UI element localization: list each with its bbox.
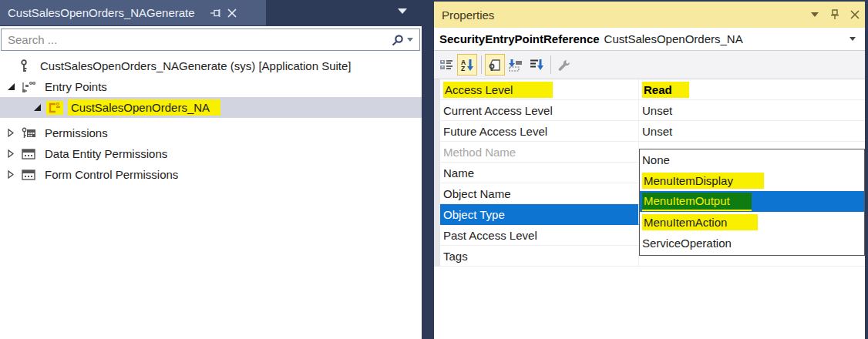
property-label: Current Access Level	[443, 104, 553, 117]
tree-item-data-entity-permissions[interactable]: Data Entity Permissions	[0, 143, 422, 164]
property-label: Method Name	[443, 146, 516, 159]
search-icon[interactable]	[392, 34, 404, 46]
tree-item-label: Data Entity Permissions	[42, 146, 170, 162]
dropdown-option-label: MenuItemOutput	[642, 193, 752, 211]
property-label: Access Level	[443, 82, 553, 98]
pin-icon[interactable]	[825, 5, 845, 24]
document-tab-strip: CustSalesOpenOrders_NAGenerate	[0, 0, 426, 25]
property-row-access-level[interactable]: Access Level Read	[434, 79, 865, 100]
model-tree: CustSalesOpenOrders_NAGenerate (sys) [Ap…	[0, 54, 422, 339]
toolbar-separator	[550, 55, 551, 74]
tree-item-root[interactable]: CustSalesOpenOrders_NAGenerate (sys) [Ap…	[0, 55, 422, 76]
property-row-future-access-level[interactable]: Future Access Level Unset	[434, 121, 865, 142]
dropdown-option-label: MenuItemDisplay	[642, 173, 764, 189]
dropdown-option-menuitemoutput[interactable]: MenuItemOutput	[640, 191, 864, 212]
tree-item-label: Permissions	[42, 125, 111, 141]
expanded-twisty-icon[interactable]	[6, 82, 15, 92]
object-type-name: SecurityEntryPointReference	[439, 32, 600, 45]
data-entity-permissions-icon	[20, 147, 37, 161]
property-value: Unset	[642, 125, 672, 138]
properties-title: Properties	[442, 8, 494, 22]
dropdown-option-none[interactable]: None	[640, 149, 864, 170]
properties-title-bar[interactable]: Properties	[434, 2, 865, 28]
tree-item-label: CustSalesOpenOrders_NAGenerate (sys) [Ap…	[37, 58, 355, 74]
properties-panel: Properties SecurityEntryPointReference C…	[434, 2, 865, 339]
collapsed-twisty-icon[interactable]	[6, 170, 15, 180]
properties-button[interactable]	[485, 54, 505, 76]
tree-item-label: CustSalesOpenOrders_NA	[68, 99, 220, 116]
property-label: Object Type	[443, 208, 505, 221]
tree-item-label: Form Control Permissions	[42, 166, 181, 183]
property-row-current-access-level[interactable]: Current Access Level Unset	[434, 100, 865, 121]
svg-text:Z: Z	[461, 65, 465, 72]
designer-panel: CustSalesOpenOrders_NAGenerate CustSales	[0, 0, 426, 339]
collapsed-twisty-icon[interactable]	[6, 129, 15, 138]
dropdown-option-serviceoperation[interactable]: ServiceOperation	[640, 233, 864, 253]
property-label: Object Name	[443, 187, 511, 200]
close-icon[interactable]	[224, 5, 240, 21]
object-type-dropdown-list: None MenuItemDisplay MenuItemOutput Menu…	[639, 149, 865, 256]
property-value: Unset	[642, 104, 672, 117]
entry-points-icon	[20, 80, 37, 94]
app-window: { "left_panel": { "tab": { "title": "Cus…	[0, 0, 868, 339]
property-label: Past Access Level	[443, 229, 537, 242]
property-label: Future Access Level	[443, 125, 547, 138]
dropdown-option-menuitemaction[interactable]: MenuItemAction	[640, 212, 864, 233]
tab-list-dropdown-icon[interactable]	[398, 8, 407, 14]
tree-item-label: Entry Points	[42, 79, 110, 95]
menu-item-reference-icon	[46, 101, 63, 115]
property-label: Tags	[443, 250, 468, 263]
toolbar-separator	[481, 55, 482, 74]
selector-caret-icon[interactable]	[849, 37, 856, 41]
tree-item-permissions[interactable]: Permissions	[0, 123, 422, 143]
search-options-caret-icon[interactable]	[407, 38, 413, 42]
settings-wrench-icon[interactable]	[554, 54, 574, 76]
property-label: Name	[443, 166, 474, 180]
expanded-twisty-icon[interactable]	[32, 103, 42, 112]
pin-icon[interactable]	[207, 5, 223, 21]
document-tab[interactable]: CustSalesOpenOrders_NAGenerate	[0, 0, 266, 25]
document-tab-title: CustSalesOpenOrders_NAGenerate	[8, 6, 195, 19]
permissions-icon	[20, 126, 37, 140]
properties-toolbar: AZ	[434, 51, 865, 79]
search-box[interactable]	[1, 29, 420, 51]
dropdown-option-label: MenuItemAction	[642, 214, 758, 230]
dropdown-option-label: ServiceOperation	[642, 237, 732, 250]
key-icon	[15, 59, 32, 73]
form-control-permissions-icon	[20, 168, 37, 182]
tree-item-form-control-permissions[interactable]: Form Control Permissions	[0, 164, 422, 185]
window-position-caret-icon[interactable]	[805, 5, 825, 24]
object-instance-name: CustSalesOpenOrders_NA	[604, 32, 743, 45]
object-selector-combobox[interactable]: SecurityEntryPointReference CustSalesOpe…	[434, 28, 865, 51]
tree-container: CustSalesOpenOrders_NAGenerate (sys) [Ap…	[0, 26, 422, 339]
dropdown-option-label: None	[642, 153, 670, 166]
categorized-button[interactable]	[436, 54, 456, 76]
close-icon[interactable]	[845, 5, 865, 24]
property-value: Read	[642, 82, 689, 98]
dropdown-option-menuitemdisplay[interactable]: MenuItemDisplay	[640, 170, 864, 191]
property-pages-button[interactable]	[506, 54, 526, 76]
events-button[interactable]	[527, 54, 547, 76]
collapsed-twisty-icon[interactable]	[6, 149, 15, 159]
tree-item-entry-points[interactable]: Entry Points	[0, 76, 422, 97]
search-input[interactable]	[2, 33, 392, 46]
sort-alphabetical-button[interactable]: AZ	[457, 54, 477, 76]
tree-item-cust-sales-open-orders-na[interactable]: CustSalesOpenOrders_NA	[0, 97, 422, 118]
